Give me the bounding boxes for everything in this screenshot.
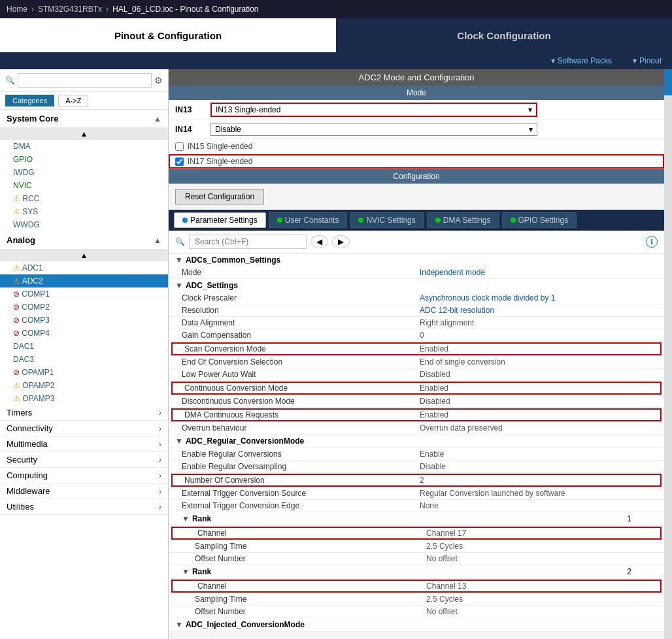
chevron-down-icon: ▼ xyxy=(175,620,183,629)
chevron-down-icon: ▼ xyxy=(175,436,183,446)
mode-row-in14: IN14 Disable ▾ xyxy=(169,120,664,139)
param-rank2-channel: Channel Channel 13 xyxy=(171,580,662,593)
mode-row-in13: IN13 IN13 Single-ended ▾ xyxy=(169,100,664,120)
scroll-up-button[interactable]: ▲ xyxy=(0,128,168,140)
content-area: ADC2 Mode and Configuration Mode IN13 IN… xyxy=(169,69,664,639)
param-rank1-sampling: Sampling Time 2.5 Cycles xyxy=(169,540,664,553)
section-adc-settings[interactable]: ▼ ADC_Settings xyxy=(169,279,664,292)
in15-checkbox[interactable] xyxy=(175,142,184,151)
sidebar-item-opamp3[interactable]: OPAMP3 xyxy=(0,392,168,405)
params-search-input[interactable] xyxy=(189,235,307,249)
scrollbar[interactable] xyxy=(664,69,672,639)
param-rank1-channel: Channel Channel 17 xyxy=(171,527,662,540)
sidebar-item-comp1[interactable]: COMP1 xyxy=(0,287,168,301)
rank2-section[interactable]: ▼ Rank 2 xyxy=(169,565,664,579)
mode-select-in14[interactable]: Disable ▾ xyxy=(210,123,537,136)
sidebar-filter: Categories A->Z xyxy=(0,92,168,110)
mode-checkbox-in17: IN17 Single-ended xyxy=(169,154,664,169)
sidebar-item-comp3[interactable]: COMP3 xyxy=(0,314,168,327)
tab-pinout-config[interactable]: Pinout & Configuration xyxy=(0,18,336,52)
search-icon: 🔍 xyxy=(175,237,185,246)
params-table: ▼ ADCs_Common_Settings Mode Independent … xyxy=(169,254,664,632)
chevron-right-icon: › xyxy=(159,440,161,449)
tab-clock-config[interactable]: Clock Configuration xyxy=(336,18,672,52)
param-scan-conversion-mode: Scan Conversion Mode Enabled xyxy=(171,342,662,355)
param-number-of-conversion: Number Of Conversion 2 xyxy=(171,474,662,487)
chevron-right-icon: › xyxy=(159,502,161,512)
param-continuous-conversion-mode: Continuous Conversion Mode Enabled xyxy=(171,382,662,395)
config-section: Configuration Reset Configuration Parame… xyxy=(169,169,664,632)
tab-gpio-settings[interactable]: GPIO Settings xyxy=(502,212,577,228)
sidebar-item-sys[interactable]: SYS xyxy=(0,205,168,218)
section-adc-injected[interactable]: ▼ ADC_Injected_ConversionMode xyxy=(169,618,664,632)
sub-header-software-packs[interactable]: ▾ Software Packs xyxy=(541,56,622,65)
section-adc-regular[interactable]: ▼ ADC_Regular_ConversionMode xyxy=(169,434,664,448)
tab-user-constants[interactable]: User Constants xyxy=(269,212,348,228)
sidebar-search-input[interactable] xyxy=(18,73,152,88)
mode-select-in13[interactable]: IN13 Single-ended ▾ xyxy=(210,103,537,117)
tab-parameter-settings[interactable]: Parameter Settings xyxy=(174,212,266,228)
scrollbar-thumb[interactable] xyxy=(664,69,672,95)
sidebar-item-nvic[interactable]: NVIC xyxy=(0,179,168,192)
top-tabs: Pinout & Configuration Clock Configurati… xyxy=(0,18,672,52)
config-tabs: Parameter Settings User Constants NVIC S… xyxy=(169,210,664,231)
chevron-down-icon: ▼ xyxy=(182,567,190,576)
sidebar-group-multimedia[interactable]: Multimedia › xyxy=(0,436,168,452)
sidebar-section-header-analog[interactable]: Analog ▲ xyxy=(0,231,168,250)
tab-dot xyxy=(358,218,363,223)
sidebar-item-comp2[interactable]: COMP2 xyxy=(0,301,168,314)
chevron-down-icon: ▾ xyxy=(529,125,533,134)
sidebar-item-gpio[interactable]: GPIO xyxy=(0,153,168,166)
filter-categories-button[interactable]: Categories xyxy=(5,95,54,106)
param-row-mode: Mode Independent mode xyxy=(169,267,664,279)
reset-btn-row: Reset Configuration xyxy=(169,184,664,210)
sidebar-item-dac3[interactable]: DAC3 xyxy=(0,353,168,366)
sidebar-item-iwdg[interactable]: IWDG xyxy=(0,166,168,179)
gear-icon[interactable]: ⚙ xyxy=(154,75,163,86)
param-dma-continuous-requests: DMA Continuous Requests Enabled xyxy=(171,408,662,421)
param-rank1-offset: Offset Number No offset xyxy=(169,553,664,565)
sidebar-item-comp4[interactable]: COMP4 xyxy=(0,327,168,340)
filter-atoz-button[interactable]: A->Z xyxy=(58,95,88,106)
breadcrumb-file[interactable]: HAL_06_LCD.ioc - Pinout & Configuration xyxy=(112,5,258,14)
sidebar-group-timers[interactable]: Timers › xyxy=(0,405,168,421)
tab-dot xyxy=(182,218,188,223)
sidebar-item-adc2[interactable]: ADC2 xyxy=(0,274,168,287)
sidebar-item-dma[interactable]: DMA xyxy=(0,140,168,153)
rank1-section[interactable]: ▼ Rank 1 xyxy=(169,512,664,526)
sidebar-item-opamp2[interactable]: OPAMP2 xyxy=(0,379,168,392)
mode-checkbox-in15: IN15 Single-ended xyxy=(169,139,664,154)
breadcrumb-home[interactable]: Home xyxy=(7,5,27,14)
param-clock-prescaler: Clock Prescaler Asynchronous clock mode … xyxy=(169,292,664,304)
param-overrun-behaviour: Overrun behaviour Overrun data preserved xyxy=(169,422,664,434)
sidebar-group-utilities[interactable]: Utilities › xyxy=(0,499,168,515)
reset-configuration-button[interactable]: Reset Configuration xyxy=(175,189,264,205)
sidebar-group-computing[interactable]: Computing › xyxy=(0,468,168,483)
sub-header-pinout[interactable]: ▾ Pinout xyxy=(622,56,672,65)
section-adcs-common-settings[interactable]: ▼ ADCs_Common_Settings xyxy=(169,254,664,267)
scroll-up-button-analog[interactable]: ▲ xyxy=(0,250,168,261)
param-data-alignment: Data Alignment Right alignment xyxy=(169,317,664,329)
search-prev-button[interactable]: ◀ xyxy=(311,235,328,248)
sidebar-group-connectivity[interactable]: Connectivity › xyxy=(0,421,168,436)
chevron-down-icon: ▼ xyxy=(175,281,183,290)
breadcrumb-device[interactable]: STM32G431RBTx xyxy=(38,5,102,14)
sidebar-item-wwdg[interactable]: WWDG xyxy=(0,218,168,231)
search-next-button[interactable]: ▶ xyxy=(332,235,350,248)
sidebar-group-middleware[interactable]: Middleware › xyxy=(0,483,168,499)
sidebar-item-adc1[interactable]: ADC1 xyxy=(0,261,168,274)
sidebar-item-opamp1[interactable]: OPAMP1 xyxy=(0,366,168,379)
tab-dma-settings[interactable]: DMA Settings xyxy=(427,212,499,228)
info-icon[interactable]: ℹ xyxy=(646,236,658,248)
param-rank2-sampling: Sampling Time 2.5 Cycles xyxy=(169,593,664,606)
in17-checkbox[interactable] xyxy=(175,157,184,166)
tab-nvic-settings[interactable]: NVIC Settings xyxy=(350,212,424,228)
sidebar-section-header-system-core[interactable]: System Core ▲ xyxy=(0,110,168,128)
sidebar: 🔍 ⚙ Categories A->Z System Core ▲ ▲ DMA … xyxy=(0,69,169,639)
sidebar-group-security[interactable]: Security › xyxy=(0,452,168,468)
tab-dot xyxy=(435,218,441,223)
sidebar-search-row: 🔍 ⚙ xyxy=(0,69,168,92)
sidebar-item-rcc[interactable]: RCC xyxy=(0,192,168,205)
chevron-down-icon: ▾ xyxy=(633,56,637,65)
sidebar-item-dac1[interactable]: DAC1 xyxy=(0,340,168,353)
